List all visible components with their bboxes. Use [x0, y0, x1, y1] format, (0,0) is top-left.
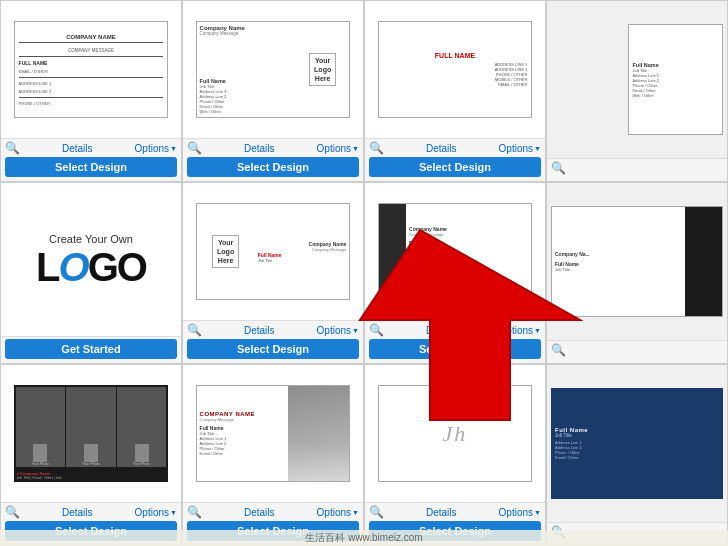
c6-logo: YourLogoHere	[212, 235, 239, 268]
card-6-preview: YourLogoHere Company Name Company Messag…	[183, 183, 363, 320]
c4-web: Web / Other	[632, 93, 719, 98]
c9-photolabel3: Your Photo	[133, 462, 150, 466]
c2-logo: YourLogoHere	[309, 53, 336, 86]
details-link-6[interactable]: Details	[244, 325, 275, 336]
c7-jobtitle: Job Title	[409, 246, 528, 251]
c9-person3	[135, 444, 149, 462]
options-btn-9[interactable]: Options	[135, 507, 177, 518]
card-6: YourLogoHere Company Name Company Messag…	[182, 182, 364, 364]
logo-o1: O	[59, 245, 88, 289]
card-9-bc: Your Photo Your Photo Your Photo ● Compa…	[14, 385, 169, 482]
select-btn-3[interactable]: Select Design	[369, 157, 541, 177]
c3-fullname: FULL NAME	[383, 52, 528, 59]
c6-right: Company Name Company Message Full Name J…	[255, 204, 350, 299]
card-6-bc: YourLogoHere Company Name Company Messag…	[196, 203, 351, 300]
magnify-icon-11[interactable]: 🔍	[369, 505, 384, 519]
card-3-preview: FULL NAME ADDRESS LINE 1 ADDRESS LINE 2 …	[365, 1, 545, 138]
c10-left: COMPANY NAME Company Message Full Name J…	[197, 386, 289, 481]
c9-photo3: Your Photo	[117, 387, 167, 467]
c9-photo1: Your Photo	[16, 387, 66, 467]
card-4-footer: 🔍	[547, 158, 727, 181]
card-1: COMPANY NAME COMPANY MESSAGE FULL NAME E…	[0, 0, 182, 182]
c7-message: Company Message	[409, 232, 528, 237]
c7-web: Web / Other	[409, 273, 528, 278]
c8-jobtitle: Job Title	[555, 267, 682, 272]
options-btn-10[interactable]: Options	[317, 507, 359, 518]
c2-left: Company Name Company Message Full Name J…	[197, 22, 296, 117]
magnify-icon-1[interactable]: 🔍	[5, 141, 20, 155]
c12-jobtitle: Job Title	[555, 433, 719, 438]
card-4: Full Name Job Title Address Line 1 Addre…	[546, 0, 728, 182]
card-7-preview: Company Name Company Message Full Name J…	[365, 183, 545, 320]
c1-email: EMAIL / OTHER	[19, 69, 164, 74]
select-btn-1[interactable]: Select Design	[5, 157, 177, 177]
card-8-preview: Company Na... Full Name Job Title	[547, 183, 727, 340]
options-btn-11[interactable]: Options	[499, 507, 541, 518]
details-link-11[interactable]: Details	[426, 507, 457, 518]
select-btn-7[interactable]: Select Design	[369, 339, 541, 359]
details-link-1[interactable]: Details	[62, 143, 93, 154]
c1-message: COMPANY MESSAGE	[19, 48, 164, 53]
c8-left: Company Na... Full Name Job Title	[552, 207, 685, 317]
magnify-icon-8[interactable]: 🔍	[551, 343, 566, 357]
card-8-footer: 🔍	[547, 340, 727, 363]
magnify-icon-3[interactable]: 🔍	[369, 141, 384, 155]
select-btn-2[interactable]: Select Design	[187, 157, 359, 177]
magnify-icon-2[interactable]: 🔍	[187, 141, 202, 155]
c12-email: Email / Other	[555, 455, 719, 460]
options-btn-6[interactable]: Options	[317, 325, 359, 336]
c9-person2	[84, 444, 98, 462]
card-3-bc: FULL NAME ADDRESS LINE 1 ADDRESS LINE 2 …	[378, 21, 533, 118]
card-11-bc: Jh	[378, 385, 533, 482]
c9-person1	[33, 444, 47, 462]
c7-dark-strip	[379, 204, 407, 299]
card-1-bc: COMPANY NAME COMPANY MESSAGE FULL NAME E…	[14, 21, 169, 118]
magnify-icon-10[interactable]: 🔍	[187, 505, 202, 519]
card-4-bc: Full Name Job Title Address Line 1 Addre…	[628, 24, 723, 136]
options-btn-1[interactable]: Options	[135, 143, 177, 154]
c1-phone: PHONE / OTHER	[19, 101, 164, 106]
c1-fullname: FULL NAME	[19, 60, 164, 66]
details-link-2[interactable]: Details	[244, 143, 275, 154]
c10-email: Email / Other	[200, 451, 286, 456]
c2-web: Web / Other	[200, 109, 293, 114]
c9-photo2: Your Photo	[66, 387, 116, 467]
c8-dark-strip	[685, 207, 722, 317]
details-link-7[interactable]: Details	[426, 325, 457, 336]
magnify-icon-7[interactable]: 🔍	[369, 323, 384, 337]
card-1-preview: COMPANY NAME COMPANY MESSAGE FULL NAME E…	[1, 1, 181, 138]
options-btn-3[interactable]: Options	[499, 143, 541, 154]
options-btn-2[interactable]: Options	[317, 143, 359, 154]
details-link-9[interactable]: Details	[62, 507, 93, 518]
c11-script: Jh	[443, 421, 468, 447]
card-5-footer: Get Started	[1, 336, 181, 363]
c2-logo-area: YourLogoHere	[296, 22, 349, 117]
card-12-preview: Full Name Job Title Address Line 1 Addre…	[547, 365, 727, 522]
c9-info: ● Company Name Job Title | Email / Other…	[14, 469, 169, 482]
c6-logo-area: YourLogoHere	[197, 204, 255, 299]
logo-l: L	[36, 245, 58, 289]
c10-message: Company Message	[200, 417, 286, 422]
options-btn-7[interactable]: Options	[499, 325, 541, 336]
bottom-watermark: 生活百科 www.bimeiz.com	[0, 530, 728, 546]
details-link-10[interactable]: Details	[244, 507, 275, 518]
card-10-bc: COMPANY NAME Company Message Full Name J…	[196, 385, 351, 482]
magnify-icon-6[interactable]: 🔍	[187, 323, 202, 337]
c9-photolabel1: Your Photo	[32, 462, 49, 466]
magnify-icon-9[interactable]: 🔍	[5, 505, 20, 519]
magnify-icon-4[interactable]: 🔍	[551, 161, 566, 175]
c8-company: Company Na...	[555, 251, 682, 257]
card-3-footer: 🔍 Details Options Select Design	[365, 138, 545, 181]
select-btn-6[interactable]: Select Design	[187, 339, 359, 359]
logo-g: G	[88, 245, 117, 289]
c10-tools-img	[288, 386, 349, 481]
details-link-3[interactable]: Details	[426, 143, 457, 154]
get-started-btn[interactable]: Get Started	[5, 339, 177, 359]
card-7-footer: 🔍 Details Options Select Design	[365, 320, 545, 363]
card-12-bc: Full Name Job Title Address Line 1 Addre…	[551, 388, 723, 500]
card-1-footer: 🔍 Details Options Select Design	[1, 138, 181, 181]
card-7: Company Name Company Message Full Name J…	[364, 182, 546, 364]
card-10: COMPANY NAME Company Message Full Name J…	[182, 364, 364, 546]
c1-company: COMPANY NAME	[19, 34, 164, 43]
card-11-preview: Jh	[365, 365, 545, 502]
